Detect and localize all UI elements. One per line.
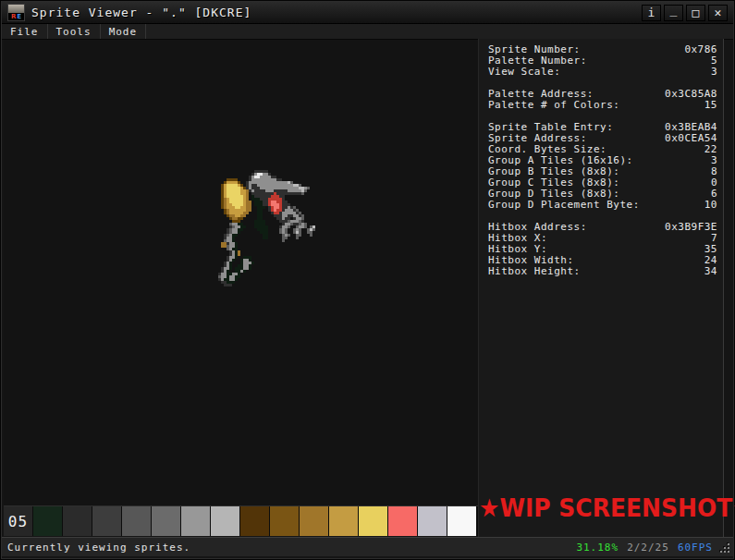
maximize-icon: □ bbox=[692, 6, 700, 19]
status-date: 2/2/25 bbox=[627, 542, 669, 554]
palette-swatch-11[interactable] bbox=[359, 506, 387, 536]
info-label: Group D Placement Byte: bbox=[488, 200, 640, 211]
sprite-canvas bbox=[218, 167, 324, 286]
palette-swatch-6[interactable] bbox=[211, 506, 239, 536]
info-button[interactable]: i bbox=[642, 5, 661, 21]
info-row: Hitbox Height:34 bbox=[488, 266, 717, 277]
palette-swatch-12[interactable] bbox=[388, 506, 417, 536]
info-value: 10 bbox=[704, 200, 717, 211]
palette-swatch-10[interactable] bbox=[329, 506, 358, 536]
close-icon: ✕ bbox=[715, 6, 722, 19]
palette-swatch-3[interactable] bbox=[122, 506, 151, 536]
status-message: Currently viewing sprites. bbox=[7, 542, 190, 554]
app-icon-image bbox=[8, 5, 24, 13]
status-right-group: 31.18% 2/2/25 60FPS bbox=[576, 542, 728, 554]
palette-swatch-7[interactable] bbox=[240, 506, 269, 536]
app-icon: R E bbox=[7, 4, 25, 21]
palette-swatch-4[interactable] bbox=[152, 506, 180, 536]
title-bar[interactable]: R E Sprite Viewer - "." [DKCRE] i _ □ ✕ bbox=[2, 2, 733, 24]
minimize-icon: _ bbox=[670, 3, 678, 17]
info-row: View Scale:3 bbox=[488, 67, 717, 78]
info-value: 0x3B9F3E bbox=[665, 222, 717, 233]
info-panel-rows: Sprite Number:0x786Palette Number:5View … bbox=[488, 44, 717, 277]
window-title: Sprite Viewer - "." [DKCRE] bbox=[31, 6, 251, 19]
palette-bar: 05 bbox=[4, 505, 478, 536]
info-button-glyph: i bbox=[648, 6, 655, 19]
palette-swatch-8[interactable] bbox=[270, 506, 299, 536]
sprite-viewer-window: R E Sprite Viewer - "." [DKCRE] i _ □ ✕ … bbox=[0, 0, 735, 560]
status-percent: 31.18% bbox=[576, 542, 619, 554]
info-panel: Sprite Number:0x786Palette Number:5View … bbox=[478, 39, 724, 537]
info-value: 3 bbox=[711, 67, 717, 78]
info-label: Hitbox Height: bbox=[488, 266, 581, 277]
app-icon-letters: R E bbox=[8, 13, 24, 20]
info-label: Palette # of Colors: bbox=[488, 100, 619, 111]
menu-item-mode[interactable]: Mode bbox=[101, 24, 147, 39]
palette-swatch-13[interactable] bbox=[418, 506, 447, 536]
minimize-button[interactable]: _ bbox=[664, 5, 683, 21]
menu-item-tools[interactable]: Tools bbox=[48, 24, 101, 39]
window-controls: i _ □ ✕ bbox=[642, 5, 728, 21]
close-button[interactable]: ✕ bbox=[708, 5, 728, 21]
palette-swatch-2[interactable] bbox=[92, 506, 121, 536]
palette-swatch-14[interactable] bbox=[447, 506, 476, 536]
info-row: Palette # of Colors:15 bbox=[488, 100, 717, 111]
palette-swatch-1[interactable] bbox=[63, 506, 92, 536]
info-value: 34 bbox=[704, 266, 717, 277]
palette-swatch-5[interactable] bbox=[181, 506, 210, 536]
app-icon-letter-r: R bbox=[11, 13, 16, 20]
maximize-button[interactable]: □ bbox=[686, 5, 705, 21]
info-label: View Scale: bbox=[488, 67, 560, 78]
app-icon-letter-e: E bbox=[17, 13, 21, 20]
palette-index-label: 05 bbox=[4, 506, 32, 536]
palette-swatch-0[interactable] bbox=[33, 506, 62, 536]
wip-watermark: ★WIP SCREENSHOT★ bbox=[479, 493, 717, 522]
resize-grip[interactable] bbox=[719, 542, 730, 554]
info-value: 15 bbox=[704, 100, 717, 111]
status-fps: 60FPS bbox=[678, 542, 713, 554]
info-row: Group D Placement Byte:10 bbox=[488, 200, 717, 211]
palette-swatch-9[interactable] bbox=[300, 506, 328, 536]
menu-bar: FileToolsMode bbox=[2, 24, 733, 40]
sprite-viewport bbox=[4, 40, 478, 505]
status-bar: Currently viewing sprites. 31.18% 2/2/25… bbox=[2, 537, 733, 556]
menu-item-file[interactable]: File bbox=[2, 24, 48, 39]
